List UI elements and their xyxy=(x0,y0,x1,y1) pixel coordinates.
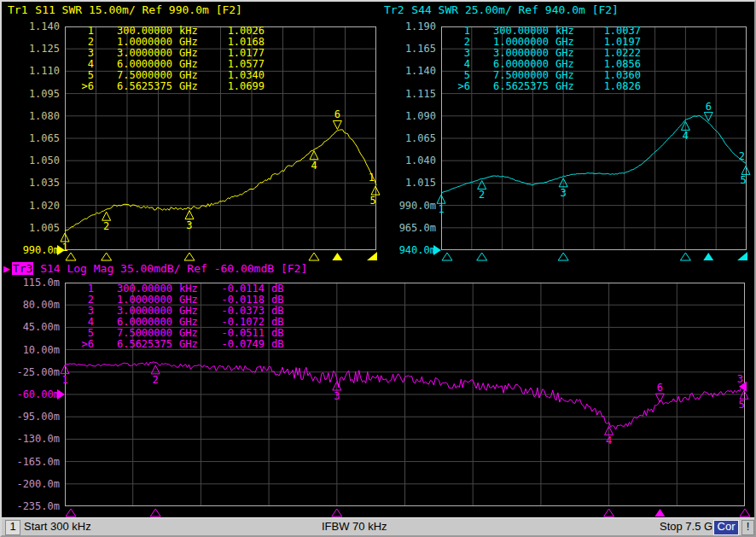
y-axis-label-tr3-1: 80.00m xyxy=(3,299,60,311)
svg-text:1: 1 xyxy=(61,374,67,386)
trace-format-tr3: S14 Log Mag 35.00mdB/ Ref -60.00mdB [F2] xyxy=(33,262,307,275)
y-axis-label-tr3-6: -95.00m xyxy=(3,411,60,423)
trace-name-tr3[interactable]: Tr3 xyxy=(12,262,33,275)
ref-level-arrow-tr3[interactable] xyxy=(57,389,65,400)
marker-table-row-tr3-5: >66.5625375GHz-0.0749dB xyxy=(72,339,290,350)
svg-text:6: 6 xyxy=(657,382,663,394)
marker-strip-tr3 xyxy=(65,507,755,517)
svg-text:3: 3 xyxy=(334,390,340,402)
svg-text:4: 4 xyxy=(606,435,612,447)
y-axis-label-tr3-10: -235.0m xyxy=(3,500,60,512)
channel-number-badge[interactable]: 1 xyxy=(5,520,20,535)
marker-5-tr3[interactable]: 5 xyxy=(738,390,748,411)
marker-cell-tr3-5-2: GHz xyxy=(172,339,203,350)
marker-cell-tr3-5-1: 6.5625375 xyxy=(94,339,172,350)
y-axis-label-tr3-0: 115.0m xyxy=(3,277,60,289)
vna-screen: Tr1 S11 SWR 15.00m/ Ref 990.0m [F2] 1.14… xyxy=(0,0,756,537)
marker-5-position-icon-tr3 xyxy=(740,509,750,517)
marker-2-tr3[interactable]: 2 xyxy=(151,365,160,386)
y-axis-label-tr3-5: -60.00m xyxy=(3,388,60,400)
marker-2-position-icon-tr3 xyxy=(150,509,160,517)
y-axis-label-tr3-3: 10.00m xyxy=(3,344,60,356)
ifbw-label[interactable]: IFBW 70 kHz xyxy=(322,520,387,534)
warning-indicator: ! xyxy=(741,520,754,535)
marker-4-position-icon-tr3 xyxy=(604,509,614,517)
marker-table-tr3: 1300.00000kHz-0.0114dB21.0000000GHz-0.01… xyxy=(72,283,290,350)
marker-cell-tr3-5-4: dB xyxy=(265,339,290,350)
panel-tr3: ▶Tr3 S14 Log Mag 35.00mdB/ Ref -60.00mdB… xyxy=(2,2,754,535)
y-axis-label-tr3-7: -130.0m xyxy=(3,433,60,445)
marker-1-position-icon-tr3 xyxy=(66,509,76,517)
marker-6-position-icon-tr3 xyxy=(654,509,665,517)
status-bar: 1 Start 300 kHz IFBW 70 kHz Stop 7.5 GHz… xyxy=(2,517,754,536)
svg-text:5: 5 xyxy=(738,399,744,411)
y-axis-label-tr3-4: -25.00m xyxy=(3,366,60,378)
trace-title-tr3[interactable]: ▶Tr3 S14 Log Mag 35.00mdB/ Ref -60.00mdB… xyxy=(3,262,307,275)
y-axis-label-tr3-8: -165.0m xyxy=(3,456,60,468)
marker-3-position-icon-tr3 xyxy=(332,509,342,517)
active-trace-arrow-icon: ▶ xyxy=(3,262,10,275)
y-axis-label-tr3-2: 45.00m xyxy=(3,321,60,333)
y-axis-label-tr3-9: -200.0m xyxy=(3,478,60,490)
correction-status-badge: Cor xyxy=(713,520,739,535)
marker-cell-tr3-5-3: -0.0749 xyxy=(203,339,265,350)
marker-cell-tr3-5-0: >6 xyxy=(72,339,94,350)
trace-number-label-tr3: 3 xyxy=(737,373,743,385)
marker-6-tr3[interactable]: 6 xyxy=(655,382,664,402)
start-frequency-label[interactable]: Start 300 kHz xyxy=(24,520,91,534)
svg-text:2: 2 xyxy=(153,374,159,386)
